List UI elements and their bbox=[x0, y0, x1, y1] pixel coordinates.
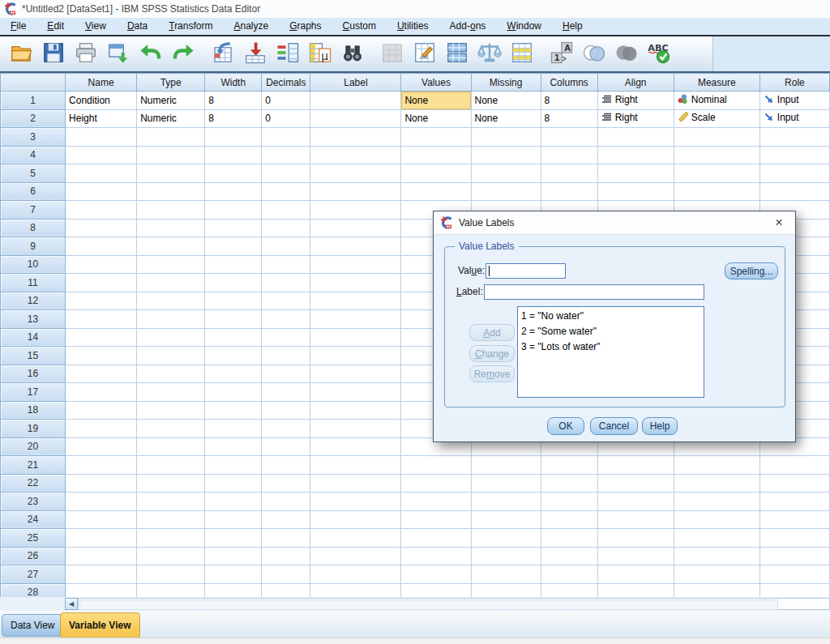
remove-button[interactable]: Remove bbox=[469, 365, 515, 382]
cell-empty[interactable] bbox=[137, 474, 205, 493]
menu-graphs[interactable]: Graphs bbox=[279, 18, 332, 35]
save-button[interactable] bbox=[38, 40, 69, 69]
cell-empty[interactable] bbox=[541, 565, 597, 584]
cell-decimals[interactable]: 0 bbox=[262, 92, 310, 110]
variables-button[interactable] bbox=[272, 40, 303, 69]
cell-empty[interactable] bbox=[401, 474, 471, 493]
cell-empty[interactable] bbox=[310, 128, 401, 147]
cell-empty[interactable] bbox=[759, 565, 829, 584]
cell-empty[interactable] bbox=[674, 510, 759, 529]
cell-empty[interactable] bbox=[66, 547, 137, 565]
row-number[interactable]: 8 bbox=[1, 219, 66, 237]
cell-empty[interactable] bbox=[205, 219, 262, 237]
row-number[interactable]: 4 bbox=[1, 146, 66, 164]
row-number[interactable]: 27 bbox=[1, 565, 66, 584]
cell-empty[interactable] bbox=[471, 583, 541, 597]
cell-empty[interactable] bbox=[471, 547, 541, 565]
cell-empty[interactable] bbox=[597, 529, 674, 548]
menu-edit[interactable]: Edit bbox=[36, 18, 75, 35]
cell-empty[interactable] bbox=[137, 274, 205, 292]
row-number[interactable]: 7 bbox=[1, 201, 66, 220]
cell-empty[interactable] bbox=[310, 310, 401, 329]
cell-role[interactable]: Input bbox=[759, 109, 829, 128]
col-header-missing[interactable]: Missing bbox=[471, 74, 541, 92]
cell-empty[interactable] bbox=[674, 474, 759, 493]
cell-empty[interactable] bbox=[66, 583, 137, 597]
cell-empty[interactable] bbox=[137, 182, 205, 201]
redo-button[interactable] bbox=[168, 40, 199, 69]
cell-type[interactable]: Numeric bbox=[137, 92, 205, 110]
cell-empty[interactable] bbox=[66, 164, 137, 183]
cell-empty[interactable] bbox=[262, 529, 310, 548]
menu-data[interactable]: Data bbox=[117, 18, 158, 35]
cell-empty[interactable] bbox=[262, 310, 310, 329]
cell-empty[interactable] bbox=[205, 164, 262, 183]
cell-missing[interactable]: None bbox=[471, 109, 541, 128]
row-number[interactable]: 5 bbox=[1, 164, 66, 183]
cell-empty[interactable] bbox=[471, 510, 541, 529]
col-header-align[interactable]: Align bbox=[597, 74, 674, 92]
cell-empty[interactable] bbox=[262, 383, 310, 402]
cell-empty[interactable] bbox=[471, 182, 541, 201]
cell-empty[interactable] bbox=[205, 547, 262, 565]
cell-empty[interactable] bbox=[66, 401, 137, 420]
cell-empty[interactable] bbox=[66, 292, 137, 310]
cell-measure[interactable]: Nominal bbox=[674, 92, 759, 110]
cell-empty[interactable] bbox=[310, 237, 401, 256]
cell-empty[interactable] bbox=[66, 237, 137, 256]
cell-empty[interactable] bbox=[310, 328, 401, 347]
cell-empty[interactable] bbox=[310, 401, 401, 420]
cell-empty[interactable] bbox=[66, 510, 137, 529]
cell-empty[interactable] bbox=[137, 146, 205, 164]
cell-empty[interactable] bbox=[66, 493, 137, 511]
cell-empty[interactable] bbox=[205, 529, 262, 548]
cell-empty[interactable] bbox=[205, 328, 262, 347]
row-number[interactable]: 9 bbox=[1, 237, 66, 256]
cell-empty[interactable] bbox=[66, 128, 137, 147]
row-number[interactable]: 3 bbox=[1, 128, 66, 147]
cell-empty[interactable] bbox=[310, 219, 401, 237]
cell-empty[interactable] bbox=[262, 347, 310, 365]
cancel-button[interactable]: Cancel bbox=[590, 417, 638, 435]
cell-empty[interactable] bbox=[759, 529, 829, 548]
cell-empty[interactable] bbox=[759, 128, 829, 147]
cell-empty[interactable] bbox=[471, 146, 541, 164]
cell-empty[interactable] bbox=[597, 456, 674, 475]
cell-values[interactable]: None bbox=[401, 109, 471, 128]
cell-empty[interactable] bbox=[674, 529, 759, 548]
cell-empty[interactable] bbox=[137, 420, 205, 438]
cell-empty[interactable] bbox=[137, 547, 205, 565]
cell-empty[interactable] bbox=[262, 365, 310, 383]
menu-window[interactable]: Window bbox=[496, 18, 552, 35]
cell-empty[interactable] bbox=[262, 547, 310, 565]
insert-variable-button[interactable] bbox=[409, 40, 440, 69]
cell-empty[interactable] bbox=[66, 146, 137, 164]
split-file-button[interactable] bbox=[442, 40, 473, 69]
cell-missing[interactable]: None bbox=[471, 92, 541, 110]
cell-empty[interactable] bbox=[597, 146, 674, 164]
cell-empty[interactable] bbox=[310, 365, 401, 383]
row-number[interactable]: 15 bbox=[1, 347, 66, 365]
menu-utilities[interactable]: Utilities bbox=[387, 18, 439, 35]
cell-empty[interactable] bbox=[137, 583, 205, 597]
cell-empty[interactable] bbox=[205, 510, 262, 529]
cell-empty[interactable] bbox=[66, 219, 137, 237]
cell-empty[interactable] bbox=[674, 583, 759, 597]
row-number[interactable]: 13 bbox=[1, 310, 66, 329]
cell-empty[interactable] bbox=[401, 493, 471, 511]
cell-role[interactable]: Input bbox=[759, 92, 829, 110]
cell-empty[interactable] bbox=[310, 383, 401, 402]
cell-empty[interactable] bbox=[471, 493, 541, 511]
col-header-name[interactable]: Name bbox=[66, 74, 137, 92]
cell-empty[interactable] bbox=[759, 456, 829, 475]
cell-type[interactable]: Numeric bbox=[137, 109, 205, 128]
cell-empty[interactable] bbox=[541, 146, 597, 164]
cell-empty[interactable] bbox=[205, 255, 262, 274]
open-data-button[interactable] bbox=[6, 40, 36, 69]
col-header-width[interactable]: Width bbox=[205, 74, 262, 92]
row-number[interactable]: 12 bbox=[1, 292, 66, 310]
cell-empty[interactable] bbox=[401, 547, 471, 565]
cell-empty[interactable] bbox=[66, 456, 137, 475]
cell-columns[interactable]: 8 bbox=[541, 109, 597, 128]
select-cases-button[interactable] bbox=[507, 40, 537, 69]
